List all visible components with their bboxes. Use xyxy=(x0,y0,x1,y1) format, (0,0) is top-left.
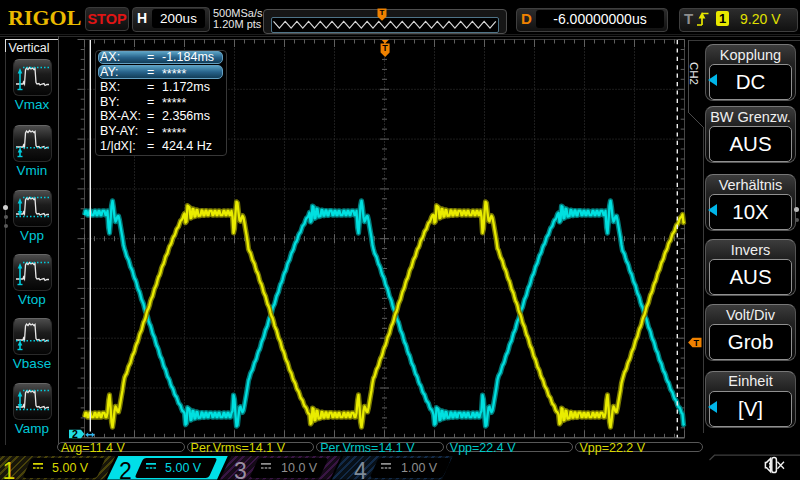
svg-text:T: T xyxy=(382,43,388,53)
svg-text:T: T xyxy=(380,8,385,17)
svg-text:2: 2 xyxy=(72,428,78,440)
svg-text:T: T xyxy=(693,338,699,348)
